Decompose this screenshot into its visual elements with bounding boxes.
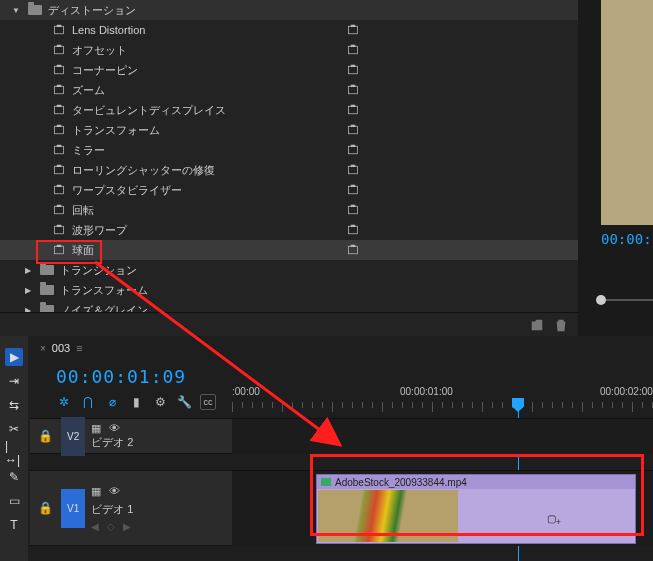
effect-label: 波形ワープ	[72, 223, 127, 238]
track-lane-v2[interactable]	[232, 418, 653, 454]
trash-icon[interactable]	[554, 318, 568, 332]
tab-menu-icon[interactable]: ≡	[76, 342, 82, 354]
effect-item[interactable]: コーナーピン	[0, 60, 578, 80]
hand-tool[interactable]: ▭	[5, 492, 23, 510]
effect-item[interactable]: 回転	[0, 200, 578, 220]
ruler-label-0: :00:00	[232, 386, 260, 397]
svg-rect-17	[57, 105, 62, 107]
toggle-output-icon[interactable]: ▦	[91, 422, 101, 435]
track-name-v2: ビデオ 2	[91, 435, 133, 450]
svg-rect-46	[349, 246, 358, 254]
effect-item[interactable]: タービュレントディスプレイス	[0, 100, 578, 120]
preset-icon	[52, 204, 66, 216]
effect-label: 回転	[72, 203, 94, 218]
toggle-output-icon[interactable]: ▦	[91, 485, 101, 498]
eye-icon[interactable]: 👁	[109, 422, 120, 435]
folder-icon	[40, 285, 54, 295]
effects-folder-row[interactable]: トランスフォーム	[0, 280, 578, 300]
sequence-name: 003	[52, 342, 70, 354]
track-header-v1[interactable]: 🔒 V1 ▦ 👁 ビデオ 1 ◀ ◇ ▶	[30, 470, 232, 546]
svg-rect-0	[55, 26, 64, 34]
effect-item[interactable]: ワープスタビライザー	[0, 180, 578, 200]
playhead-timecode[interactable]: 00:00:01:09	[56, 366, 186, 387]
track-header-v2[interactable]: 🔒 V2 ▦ 👁 ビデオ 2	[30, 418, 232, 454]
preset-icon	[346, 184, 360, 196]
lock-icon[interactable]: 🔒	[38, 501, 53, 515]
sequence-tab[interactable]: × 003 ≡	[40, 342, 83, 354]
effects-category-row[interactable]: ディストーション	[0, 0, 578, 20]
ruler-label-1: 00:00:01:00	[400, 386, 453, 397]
preset-icon	[346, 44, 360, 56]
close-icon[interactable]: ×	[40, 343, 46, 354]
preset-icon	[52, 64, 66, 76]
category-label: ディストーション	[48, 3, 136, 18]
time-ruler[interactable]: :00:00 00:00:01:00 00:00:02:00	[232, 386, 653, 416]
ripple-edit-tool[interactable]: ⇆	[5, 396, 23, 414]
settings-icon[interactable]: ⚙	[152, 394, 168, 410]
track-target-v2[interactable]: V2	[61, 417, 85, 456]
marker-icon[interactable]: ▮	[128, 394, 144, 410]
preset-icon	[346, 164, 360, 176]
add-keyframe-icon[interactable]: ◇	[107, 521, 115, 532]
svg-rect-40	[55, 226, 64, 234]
selection-tool[interactable]: ▶	[5, 348, 23, 366]
preset-icon	[346, 204, 360, 216]
effect-item[interactable]: Lens Distortion	[0, 20, 578, 40]
effect-item[interactable]: トランスフォーム	[0, 120, 578, 140]
wrench-icon[interactable]: 🔧	[176, 394, 192, 410]
razor-tool[interactable]: ✂	[5, 420, 23, 438]
svg-rect-21	[57, 125, 62, 127]
svg-rect-8	[55, 66, 64, 74]
slip-tool[interactable]: |↔|	[5, 444, 23, 462]
prev-keyframe-icon[interactable]: ◀	[91, 521, 99, 532]
svg-rect-28	[55, 166, 64, 174]
magnet-icon[interactable]: ⋂	[80, 394, 96, 410]
effect-label: 球面	[72, 243, 94, 258]
program-monitor-sliver: 00:00:	[601, 0, 653, 300]
folder-icon	[28, 5, 42, 15]
preset-icon	[52, 124, 66, 136]
track-target-v1[interactable]: V1	[61, 489, 85, 528]
effect-item[interactable]: ミラー	[0, 140, 578, 160]
effect-item[interactable]: オフセット	[0, 40, 578, 60]
snap-icon[interactable]: ✲	[56, 394, 72, 410]
linked-selection-icon[interactable]: ⌀	[104, 394, 120, 410]
effects-folder-row[interactable]: トランジション	[0, 260, 578, 280]
next-keyframe-icon[interactable]: ▶	[123, 521, 131, 532]
svg-rect-33	[57, 185, 62, 187]
svg-rect-25	[57, 145, 62, 147]
preset-icon	[346, 124, 360, 136]
effect-item[interactable]: 球面	[0, 240, 578, 260]
preset-icon	[52, 184, 66, 196]
effect-item[interactable]: ローリングシャッターの修復	[0, 160, 578, 180]
svg-rect-44	[55, 246, 64, 254]
pen-tool[interactable]: ✎	[5, 468, 23, 486]
preset-icon	[52, 244, 66, 256]
svg-rect-20	[55, 126, 64, 134]
preset-icon	[52, 104, 66, 116]
eye-icon[interactable]: 👁	[109, 485, 120, 498]
new-bin-icon[interactable]	[530, 318, 544, 332]
svg-rect-27	[351, 145, 356, 147]
svg-rect-13	[57, 85, 62, 87]
slider-knob[interactable]	[596, 295, 606, 305]
slider-track	[606, 299, 653, 301]
svg-rect-26	[349, 146, 358, 154]
timeline-settings-row: ✲ ⋂ ⌀ ▮ ⚙ 🔧 cc	[56, 394, 216, 410]
svg-rect-3	[351, 25, 356, 27]
preset-icon	[346, 104, 360, 116]
effect-item[interactable]: 波形ワープ	[0, 220, 578, 240]
lock-icon[interactable]: 🔒	[38, 429, 53, 443]
preset-icon	[52, 84, 66, 96]
program-zoom-slider[interactable]	[601, 290, 653, 310]
preset-icon	[346, 24, 360, 36]
track-select-tool[interactable]: ⇥	[5, 372, 23, 390]
folder-label: トランジション	[60, 263, 137, 278]
svg-rect-38	[349, 206, 358, 214]
svg-rect-4	[55, 46, 64, 54]
type-tool[interactable]: T	[5, 516, 23, 534]
caption-icon[interactable]: cc	[200, 394, 216, 410]
preset-icon	[346, 64, 360, 76]
track-name-v1: ビデオ 1	[91, 502, 133, 517]
effect-item[interactable]: ズーム	[0, 80, 578, 100]
